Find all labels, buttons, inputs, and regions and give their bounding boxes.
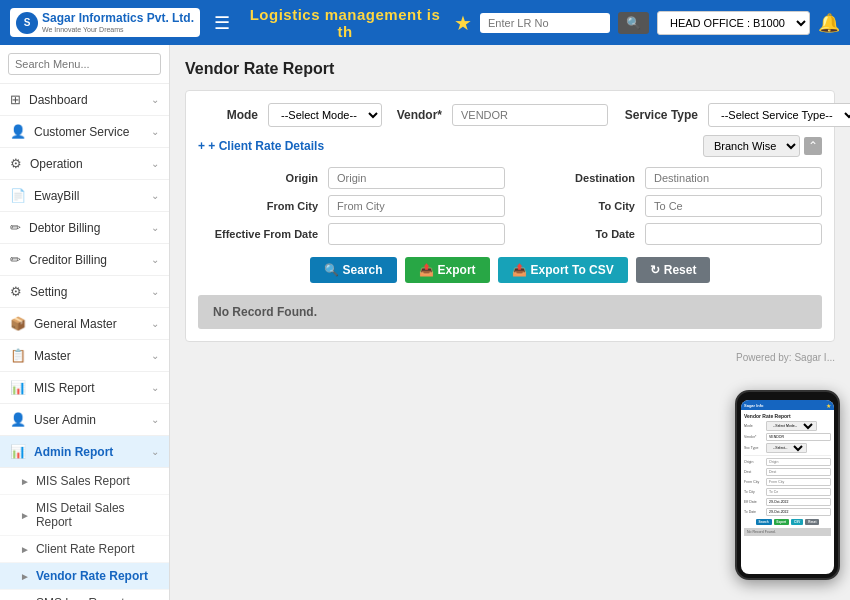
sidebar-sub-item-client-rate-report[interactable]: ► Client Rate Report [0, 536, 169, 563]
lr-search-button[interactable]: 🔍 [618, 12, 649, 34]
reset-button[interactable]: ↻ Reset [636, 257, 711, 283]
sidebar-item-label: Operation [30, 157, 83, 171]
sidebar-item-label: EwayBill [34, 189, 79, 203]
sidebar-item-operation[interactable]: ⚙ Operation ⌄ [0, 148, 169, 180]
dashboard-icon: ⊞ [10, 92, 21, 107]
from-city-input[interactable] [328, 195, 505, 217]
sub-item-label: MIS Detail Sales Report [36, 501, 159, 529]
user-admin-icon: 👤 [10, 412, 26, 427]
from-city-label: From City [198, 200, 318, 212]
company-logo: S Sagar Informatics Pvt. Ltd. We Innovat… [10, 8, 200, 37]
destination-label: Destination [515, 172, 635, 184]
sidebar-item-label: Admin Report [34, 445, 113, 459]
operation-icon: ⚙ [10, 156, 22, 171]
sidebar-item-label: Setting [30, 285, 67, 299]
sidebar-item-admin-report[interactable]: 📊 Admin Report ⌄ [0, 436, 169, 468]
admin-report-icon: 📊 [10, 444, 26, 459]
mis-report-icon: 📊 [10, 380, 26, 395]
sidebar-item-creditor-billing[interactable]: ✏ Creditor Billing ⌄ [0, 244, 169, 276]
page-title: Vendor Rate Report [185, 60, 835, 78]
sidebar-item-general-master[interactable]: 📦 General Master ⌄ [0, 308, 169, 340]
destination-input[interactable] [645, 167, 822, 189]
branch-wise-select[interactable]: Branch Wise [703, 135, 800, 157]
arrow-icon: ► [20, 571, 30, 582]
export-csv-button-label: Export To CSV [531, 263, 614, 277]
to-city-input[interactable] [645, 195, 822, 217]
no-record-message: No Record Found. [198, 295, 822, 329]
sidebar-item-label: Creditor Billing [29, 253, 107, 267]
mobile-screen: Sagar Info ★ Vendor Rate Report Mode --S… [741, 400, 834, 574]
export-button[interactable]: 📤 Export [405, 257, 490, 283]
general-master-icon: 📦 [10, 316, 26, 331]
sub-item-label: Vendor Rate Report [36, 569, 148, 583]
sidebar-sub-item-mis-sales-report[interactable]: ► MIS Sales Report [0, 468, 169, 495]
debtor-billing-icon: ✏ [10, 220, 21, 235]
client-rate-header: + Client Rate Details Branch Wise ⌃ [198, 135, 822, 157]
chevron-down-icon: ⌄ [151, 158, 159, 169]
user-icon[interactable]: 🔔 [818, 12, 840, 34]
service-type-label: Service Type [618, 108, 698, 122]
vendor-label: Vendor* [392, 108, 442, 122]
mode-label: Mode [198, 108, 258, 122]
creditor-billing-icon: ✏ [10, 252, 21, 267]
vendor-input[interactable] [452, 104, 608, 126]
branch-selector[interactable]: HEAD OFFICE : B1000 [657, 11, 810, 35]
to-date-input[interactable]: 29-Oct-2022 [645, 223, 822, 245]
sidebar-search-input[interactable] [8, 53, 161, 75]
eff-from-date-label: Effective From Date [198, 228, 318, 240]
sidebar-item-ewaybill[interactable]: 📄 EwayBill ⌄ [0, 180, 169, 212]
search-button[interactable]: 🔍 Search [310, 257, 397, 283]
branch-wise-container: Branch Wise ⌃ [703, 135, 822, 157]
sidebar-item-mis-report[interactable]: 📊 MIS Report ⌄ [0, 372, 169, 404]
sidebar-item-master[interactable]: 📋 Master ⌄ [0, 340, 169, 372]
chevron-down-icon: ⌄ [151, 190, 159, 201]
sidebar-item-label: Dashboard [29, 93, 88, 107]
vendor-rate-form: Mode --Select Mode-- Vendor* Service Typ… [185, 90, 835, 342]
powered-by: Powered by: Sagar I... [185, 352, 835, 363]
main-layout: ⊞ Dashboard ⌄ 👤 Customer Service ⌄ ⚙ Ope… [0, 45, 850, 600]
logo-text: Sagar Informatics Pvt. Ltd. We Innovate … [42, 11, 194, 34]
sidebar-sub-item-vendor-rate-report[interactable]: ► Vendor Rate Report [0, 563, 169, 590]
origin-input[interactable] [328, 167, 505, 189]
collapse-button[interactable]: ⌃ [804, 137, 822, 155]
ewaybill-icon: 📄 [10, 188, 26, 203]
sidebar-item-debtor-billing[interactable]: ✏ Debtor Billing ⌄ [0, 212, 169, 244]
lr-search-input[interactable] [480, 13, 610, 33]
chevron-down-icon: ⌄ [151, 254, 159, 265]
top-form-row: Mode --Select Mode-- Vendor* Service Typ… [198, 103, 822, 127]
chevron-down-icon: ⌄ [151, 94, 159, 105]
arrow-icon: ► [20, 544, 30, 555]
menu-toggle-icon[interactable]: ☰ [208, 12, 236, 34]
sidebar-item-label: Master [34, 349, 71, 363]
search-icon: 🔍 [324, 263, 339, 277]
favorite-icon[interactable]: ★ [454, 11, 472, 35]
app-header: S Sagar Informatics Pvt. Ltd. We Innovat… [0, 0, 850, 45]
chevron-down-icon: ⌄ [151, 286, 159, 297]
arrow-icon: ► [20, 510, 30, 521]
chevron-down-icon: ⌄ [151, 446, 159, 457]
mode-select[interactable]: --Select Mode-- [268, 103, 382, 127]
sidebar-item-label: MIS Report [34, 381, 95, 395]
sidebar-item-customer-service[interactable]: 👤 Customer Service ⌄ [0, 116, 169, 148]
sidebar-item-user-admin[interactable]: 👤 User Admin ⌄ [0, 404, 169, 436]
search-button-label: Search [343, 263, 383, 277]
master-icon: 📋 [10, 348, 26, 363]
sidebar-sub-item-sms-log-report[interactable]: ► SMS Log Report [0, 590, 169, 600]
sidebar-sub-item-mis-detail-sales-report[interactable]: ► MIS Detail Sales Report [0, 495, 169, 536]
reset-button-label: Reset [664, 263, 697, 277]
service-type-select[interactable]: --Select Service Type-- [708, 103, 850, 127]
chevron-down-icon: ⌄ [151, 126, 159, 137]
sidebar-item-dashboard[interactable]: ⊞ Dashboard ⌄ [0, 84, 169, 116]
sidebar: ⊞ Dashboard ⌄ 👤 Customer Service ⌄ ⚙ Ope… [0, 45, 170, 600]
setting-icon: ⚙ [10, 284, 22, 299]
chevron-down-icon: ⌄ [151, 350, 159, 361]
sidebar-item-setting[interactable]: ⚙ Setting ⌄ [0, 276, 169, 308]
eff-from-date-input[interactable]: 29-Oct-2022 [328, 223, 505, 245]
customer-service-icon: 👤 [10, 124, 26, 139]
client-rate-details-toggle[interactable]: + Client Rate Details [198, 139, 324, 153]
export-csv-button[interactable]: 📤 Export To CSV [498, 257, 628, 283]
export-icon: 📤 [419, 263, 434, 277]
sidebar-search-container [0, 45, 169, 84]
chevron-down-icon: ⌄ [151, 222, 159, 233]
sub-item-label: MIS Sales Report [36, 474, 130, 488]
